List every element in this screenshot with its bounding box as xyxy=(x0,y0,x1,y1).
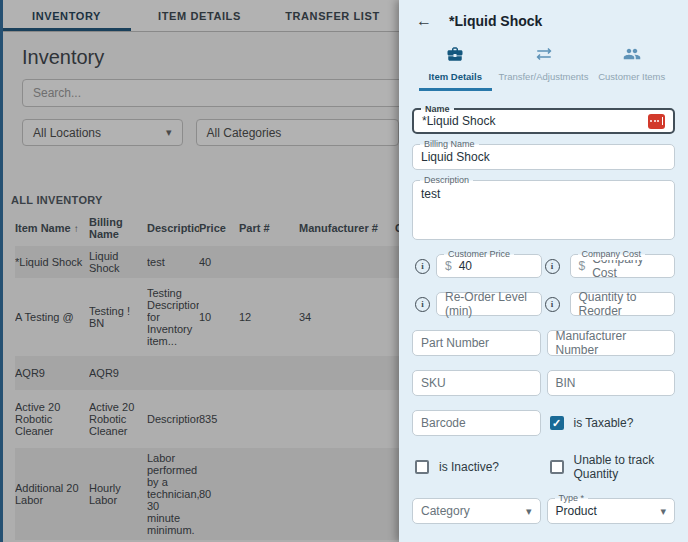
info-icon[interactable]: i xyxy=(545,297,560,312)
drawer-tab-customer-items[interactable]: Customer Items xyxy=(588,39,675,91)
extension-dots-icon[interactable] xyxy=(648,114,665,129)
drawer-tab-item-details[interactable]: Item Details xyxy=(412,39,499,91)
selects-row: Category ▾ Type * Product ▾ xyxy=(412,498,675,524)
inactive-row: is Inactive? Unable to track Quantity xyxy=(412,453,675,481)
drawer-title: *Liquid Shock xyxy=(449,13,542,29)
unable-to-track-checkbox-row: Unable to track Quantity xyxy=(547,453,676,481)
name-field[interactable]: Name *Liquid Shock xyxy=(412,108,675,134)
description-value: test xyxy=(421,187,440,201)
description-field[interactable]: Description test xyxy=(412,180,675,240)
company-cost-label: Company Cost xyxy=(578,249,646,260)
is-taxable-checkbox-row: ✓ is Taxable? xyxy=(547,416,676,430)
chevron-down-icon: ▾ xyxy=(660,505,666,518)
back-icon[interactable]: ← xyxy=(416,13,432,29)
manufacturer-number-placeholder: Manufacturer Number xyxy=(556,329,667,357)
billing-name-label: Billing Name xyxy=(420,139,479,150)
is-inactive-checkbox[interactable] xyxy=(415,460,429,474)
category-placeholder: Category xyxy=(421,504,470,518)
sku-placeholder: SKU xyxy=(421,376,446,390)
drawer-backdrop[interactable] xyxy=(0,0,399,542)
drawer-tab-label: Item Details xyxy=(429,71,482,82)
quantity-to-reorder-field[interactable]: Quantity to Reorder xyxy=(570,292,676,316)
unable-to-track-checkbox[interactable] xyxy=(550,460,564,474)
customer-price-field[interactable]: Customer Price $ 40 xyxy=(436,254,542,278)
bin-placeholder: BIN xyxy=(556,376,576,390)
quantity-to-reorder-placeholder: Quantity to Reorder xyxy=(579,290,667,318)
barcode-field[interactable]: Barcode xyxy=(412,410,541,436)
customer-price-value: 40 xyxy=(459,259,472,273)
is-taxable-checkbox[interactable]: ✓ xyxy=(550,416,564,430)
description-label: Description xyxy=(420,175,473,186)
drawer-tab-transfer-adjustments[interactable]: Transfer/Adjustments xyxy=(499,39,589,91)
drawer-tab-label: Transfer/Adjustments xyxy=(499,71,589,82)
is-inactive-label: is Inactive? xyxy=(439,460,499,474)
currency-prefix: $ xyxy=(579,259,586,273)
unable-to-track-label: Unable to track Quantity xyxy=(574,453,676,481)
drawer-tab-label: Customer Items xyxy=(598,71,665,82)
category-select[interactable]: Category ▾ xyxy=(412,498,541,524)
reorder-row: i Re-Order Level (min) i Quantity to Reo… xyxy=(412,292,675,316)
item-details-drawer: ← *Liquid Shock Item Details Transfer/Ad… xyxy=(399,0,688,542)
reorder-level-placeholder: Re-Order Level (min) xyxy=(445,290,533,318)
type-select[interactable]: Type * Product ▾ xyxy=(547,498,676,524)
info-icon[interactable]: i xyxy=(545,259,560,274)
info-icon[interactable]: i xyxy=(415,259,430,274)
drawer-tabbar: Item Details Transfer/Adjustments Custom… xyxy=(412,39,675,91)
inventory-page: INVENTORY ITEM DETAILS TRANSFER LIST Inv… xyxy=(0,0,399,542)
chevron-down-icon: ▾ xyxy=(526,505,532,518)
part-number-placeholder: Part Number xyxy=(421,336,489,350)
barcode-row: Barcode ✓ is Taxable? xyxy=(412,410,675,436)
currency-prefix: $ xyxy=(445,259,452,273)
price-row: i Customer Price $ 40 i Company Cost $ C… xyxy=(412,254,675,278)
transfer-arrows-icon xyxy=(535,45,553,67)
people-group-icon xyxy=(623,45,641,67)
billing-name-value: Liquid Shock xyxy=(421,150,490,164)
company-cost-field[interactable]: Company Cost $ Company Cost xyxy=(570,254,676,278)
type-select-value: Product xyxy=(556,504,597,518)
info-icon[interactable]: i xyxy=(415,297,430,312)
customer-price-label: Customer Price xyxy=(444,249,514,260)
reorder-level-field[interactable]: Re-Order Level (min) xyxy=(436,292,542,316)
briefcase-icon xyxy=(446,45,464,67)
drawer-header: ← *Liquid Shock xyxy=(412,0,675,33)
bin-field[interactable]: BIN xyxy=(547,370,676,396)
billing-name-field[interactable]: Billing Name Liquid Shock xyxy=(412,144,675,170)
part-row: Part Number Manufacturer Number xyxy=(412,330,675,356)
name-field-value: *Liquid Shock xyxy=(422,114,495,128)
type-select-label: Type * xyxy=(555,493,589,504)
sku-field[interactable]: SKU xyxy=(412,370,541,396)
sku-row: SKU BIN xyxy=(412,370,675,396)
part-number-field[interactable]: Part Number xyxy=(412,330,541,356)
manufacturer-number-field[interactable]: Manufacturer Number xyxy=(547,330,676,356)
name-field-label: Name xyxy=(421,104,454,115)
is-inactive-checkbox-row: is Inactive? xyxy=(412,460,541,474)
barcode-placeholder: Barcode xyxy=(421,416,466,430)
is-taxable-label: is Taxable? xyxy=(574,416,634,430)
